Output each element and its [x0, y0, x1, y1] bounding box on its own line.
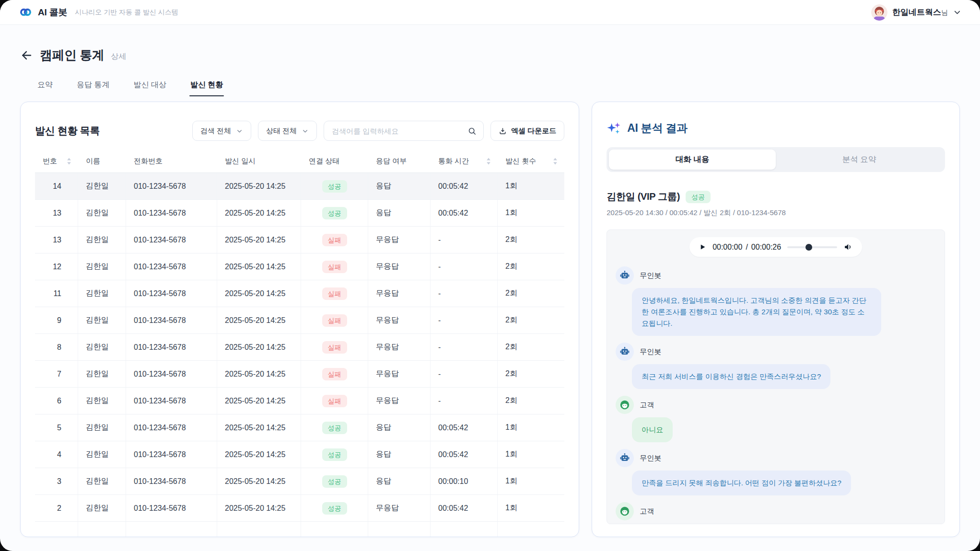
call-table-row[interactable]: 13김한일010-1234-56782025-05-20 14:25실패무응답-…	[35, 227, 564, 253]
cell-duration: -	[431, 334, 498, 360]
call-table-row[interactable]: 4김한일010-1234-56782025-05-20 14:25성공응답00:…	[35, 441, 564, 468]
customer-status-badge: 성공	[686, 191, 711, 203]
call-table: 번호 이름전화번호발신 일시연결 상태응답 여부통화 시간 발신 횟수 14김한…	[35, 150, 564, 537]
call-table-row[interactable]: 13김한일010-1234-56782025-05-20 14:25성공응답00…	[35, 200, 564, 227]
cell-attempts: 1회	[498, 441, 564, 468]
call-table-body: 14김한일010-1234-56782025-05-20 14:25성공응답00…	[35, 173, 564, 537]
column-header-1[interactable]: 번호	[35, 150, 78, 172]
chevron-down-icon	[302, 127, 309, 135]
call-table-row[interactable]: 7김한일010-1234-56782025-05-20 14:25실패무응답-2…	[35, 361, 564, 388]
page-tab-4[interactable]: 발신 현황	[189, 80, 224, 96]
page-body: 캠페인 통계 상세 요약응답 통계발신 대상발신 현황 발신 현황 목록 검색 …	[0, 25, 980, 551]
call-table-row[interactable]: 14김한일010-1234-56782025-05-20 14:25성공응답00…	[35, 173, 564, 200]
call-table-row[interactable]: 11김한일010-1234-56782025-05-20 14:25실패무응답-…	[35, 280, 564, 307]
analysis-tab-2[interactable]: 분석 요약	[776, 149, 943, 170]
speaker-label: 무인봇	[640, 454, 661, 463]
cell-no: 11	[35, 280, 78, 307]
cell-duration: -	[431, 388, 498, 414]
cell-phone: 010-1234-5678	[126, 468, 217, 494]
analysis-tab-1[interactable]: 대화 내용	[609, 149, 776, 170]
app-header: AI 콜봇 시나리오 기반 자동 콜 발신 시스템	[0, 0, 980, 25]
cell-status: 실패	[301, 227, 368, 253]
cell-duration: -	[431, 253, 498, 280]
cell-no: 14	[35, 173, 78, 199]
column-header-label: 발신 일시	[225, 157, 256, 166]
cell-name: 김한일	[78, 414, 126, 441]
message-bubble: 최근 저희 서비스를 이용하신 경험은 만족스러우셨나요?	[632, 364, 830, 389]
column-header-label: 연결 상태	[309, 157, 339, 166]
search-input[interactable]	[332, 127, 467, 135]
cell-status: 성공	[301, 414, 368, 441]
play-icon[interactable]	[699, 243, 706, 251]
cell-attempts: 1회	[498, 414, 564, 441]
cell-name: 김한일	[78, 173, 126, 199]
cell-datetime: 2025-05-20 14:25	[217, 468, 301, 494]
cell-no: 8	[35, 334, 78, 360]
content-panels: 발신 현황 목록 검색 전체 상태 전체	[20, 102, 960, 537]
cell-phone: 010-1234-5678	[126, 414, 217, 441]
app-brand: AI 콜봇 시나리오 기반 자동 콜 발신 시스템	[19, 6, 178, 19]
cell-name: 김한일	[78, 200, 126, 226]
cell-no: 2	[35, 495, 78, 521]
page-tab-1[interactable]: 요약	[36, 80, 54, 96]
cell-answered: 무응답	[368, 307, 431, 333]
cell-name: 김한일	[78, 361, 126, 387]
call-list-panel: 발신 현황 목록 검색 전체 상태 전체	[20, 102, 579, 537]
page-tab-3[interactable]: 발신 대상	[132, 80, 167, 96]
cell-status: 성공	[301, 441, 368, 468]
page-tab-2[interactable]: 응답 통계	[76, 80, 110, 96]
call-table-row[interactable]: 8김한일010-1234-56782025-05-20 14:25실패무응답-2…	[35, 334, 564, 361]
cell-answered: 응답	[368, 200, 431, 226]
call-table-row[interactable]: 2김한일010-1234-56782025-05-20 14:25성공무응답00…	[35, 495, 564, 522]
cell-answered: 무응답	[368, 253, 431, 280]
connection-status-badge: 실패	[322, 314, 347, 327]
excel-download-button[interactable]: 엑셀 다운로드	[490, 121, 564, 141]
cell-no: 4	[35, 441, 78, 468]
speaker-label: 고객	[640, 507, 654, 516]
column-header-8[interactable]: 발신 횟수	[498, 150, 564, 172]
search-icon[interactable]	[467, 126, 477, 136]
cell-no: 3	[35, 468, 78, 494]
cell-datetime: 2025-05-20 14:25	[217, 388, 301, 414]
customer-avatar-icon	[616, 396, 634, 414]
call-table-row[interactable]: 3김한일010-1234-56782025-05-20 14:25성공응답00:…	[35, 468, 564, 495]
cell-duration: 00:05:42	[431, 173, 498, 199]
chat-message-bot: 무인봇최근 저희 서비스를 이용하신 경험은 만족스러우셨나요?	[616, 343, 936, 389]
cell-duration: 00:05:42	[431, 441, 498, 468]
back-button[interactable]	[20, 49, 33, 62]
cell-duration: 00:05:42	[431, 414, 498, 441]
user-name: 한일네트웍스님	[892, 7, 948, 18]
column-header-label: 발신 횟수	[505, 157, 536, 166]
column-header-label: 통화 시간	[438, 157, 469, 166]
cell-datetime: 2025-05-20 14:25	[217, 227, 301, 253]
volume-icon[interactable]	[843, 242, 852, 252]
cell-attempts: 2회	[498, 280, 564, 307]
cell-name: 김한일	[78, 468, 126, 494]
sort-icon	[486, 158, 491, 165]
analysis-tabs: 대화 내용분석 요약	[607, 147, 945, 172]
cell-attempts: 2회	[498, 253, 564, 280]
speaker-label: 무인봇	[640, 271, 661, 280]
cell-datetime: 2025-05-20 14:25	[217, 307, 301, 333]
cell-status: 성공	[301, 173, 368, 199]
call-table-row[interactable]: 9김한일010-1234-56782025-05-20 14:25실패무응답-2…	[35, 307, 564, 334]
call-table-row[interactable]: 12김한일010-1234-56782025-05-20 14:25실패무응답-…	[35, 253, 564, 280]
cell-status: 실패	[301, 334, 368, 360]
cell-answered: 응답	[368, 173, 431, 199]
column-header-7[interactable]: 통화 시간	[431, 150, 498, 172]
cell-answered: 응답	[368, 468, 431, 494]
search-scope-dropdown[interactable]: 검색 전체	[192, 121, 251, 141]
cell-no: 6	[35, 388, 78, 414]
column-header-6: 응답 여부	[368, 150, 431, 172]
column-header-4: 발신 일시	[217, 150, 301, 172]
cell-answered: 무응답	[368, 388, 431, 414]
call-table-row[interactable]: 6김한일010-1234-56782025-05-20 14:25실패무응답-2…	[35, 388, 564, 414]
cell-name: 김한일	[78, 441, 126, 468]
sort-icon	[553, 158, 558, 165]
call-table-row[interactable]: 5김한일010-1234-56782025-05-20 14:25성공응답00:…	[35, 414, 564, 441]
audio-progress-slider[interactable]	[787, 246, 837, 248]
status-filter-dropdown[interactable]: 상태 전체	[258, 121, 317, 141]
app-subtitle: 시나리오 기반 자동 콜 발신 시스템	[75, 8, 178, 17]
cell-no: 13	[35, 200, 78, 226]
user-menu[interactable]: 한일네트웍스님	[871, 4, 962, 21]
